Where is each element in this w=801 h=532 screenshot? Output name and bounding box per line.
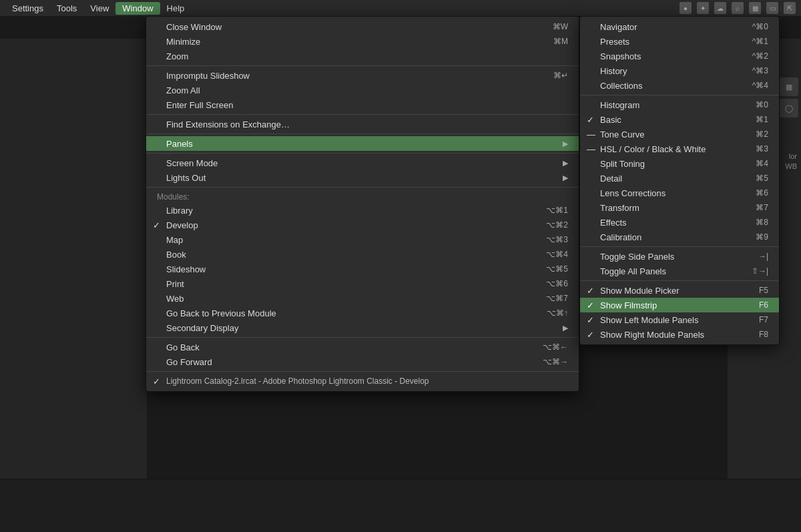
submenu-histogram[interactable]: Histogram ⌘0: [580, 97, 779, 112]
tone-curve-shortcut: ⌘2: [756, 129, 768, 139]
menu-close-window[interactable]: Close Window ⌘W: [146, 19, 579, 34]
hsl-dash: —: [587, 144, 595, 154]
window-menu-dropdown: Close Window ⌘W Minimize ⌘M Zoom Impromp…: [146, 16, 579, 392]
menu-help[interactable]: Help: [160, 2, 192, 15]
menu-develop[interactable]: ✓ Develop ⌥⌘2: [146, 218, 579, 232]
submenu-show-filmstrip[interactable]: ✓ Show Filmstrip F6: [580, 298, 779, 312]
screen-icon[interactable]: ▭: [766, 2, 778, 14]
search-icon[interactable]: ⌕: [732, 2, 744, 14]
grid-icon[interactable]: ▦: [749, 2, 761, 14]
menu-lights-out[interactable]: Lights Out ▶: [146, 170, 579, 185]
hsl-label: HSL / Color / Black & White: [600, 144, 706, 154]
go-forward-shortcut: ⌥⌘→: [543, 357, 568, 366]
close-window-label: Close Window: [166, 22, 222, 32]
menu-enter-full-screen[interactable]: Enter Full Screen: [146, 97, 579, 112]
sep-3: [146, 134, 579, 134]
submenu-split-toning[interactable]: Split Toning ⌘4: [580, 156, 779, 171]
minimize-label: Minimize: [166, 37, 200, 47]
menu-catalog-item[interactable]: ✓ Lightroom Catalog-2.lrcat - Adobe Phot…: [146, 374, 579, 388]
submenu-show-right-panels[interactable]: ✓ Show Right Module Panels F8: [580, 327, 779, 342]
submenu-collections[interactable]: Collections ^⌘4: [580, 78, 779, 93]
show-right-panels-label: Show Right Module Panels: [600, 330, 704, 340]
zoom-label: Zoom: [166, 51, 188, 61]
menu-library[interactable]: Library ⌥⌘1: [146, 203, 579, 218]
minimize-shortcut: ⌘M: [553, 37, 568, 46]
menu-screen-mode[interactable]: Screen Mode ▶: [146, 156, 579, 170]
menu-find-extensions[interactable]: Find Extensions on Exchange…: [146, 117, 579, 131]
modules-section-label: Modules:: [146, 190, 579, 203]
enter-full-screen-label: Enter Full Screen: [166, 100, 233, 110]
submenu-navigator[interactable]: Navigator ^⌘0: [580, 19, 779, 34]
menu-settings[interactable]: Settings: [5, 2, 50, 15]
presets-shortcut: ^⌘1: [752, 37, 768, 46]
submenu-hsl[interactable]: — HSL / Color / Black & White ⌘3: [580, 142, 779, 156]
map-shortcut: ⌥⌘3: [546, 235, 568, 244]
tone-curve-dash: —: [587, 129, 595, 140]
menu-tools[interactable]: Tools: [50, 2, 83, 15]
menu-print[interactable]: Print ⌥⌘6: [146, 276, 579, 291]
map-label: Map: [166, 235, 183, 245]
menu-window[interactable]: Window: [115, 2, 160, 15]
calibration-label: Calibration: [600, 232, 641, 242]
submenu-detail[interactable]: Detail ⌘5: [580, 171, 779, 186]
develop-label: Develop: [166, 220, 198, 230]
submenu-snapshots[interactable]: Snapshots ^⌘2: [580, 49, 779, 63]
go-forward-label: Go Forward: [166, 357, 212, 367]
submenu-tone-curve[interactable]: — Tone Curve ⌘2: [580, 127, 779, 142]
menu-go-forward[interactable]: Go Forward ⌥⌘→: [146, 354, 579, 369]
secondary-display-label: Secondary Display: [166, 323, 238, 333]
menu-panels[interactable]: Panels ▶: [146, 136, 579, 151]
submenu-transform[interactable]: Transform ⌘7: [580, 200, 779, 215]
close-window-shortcut: ⌘W: [553, 22, 568, 31]
submenu-toggle-side-panels[interactable]: Toggle Side Panels →|: [580, 249, 779, 264]
expand-icon[interactable]: ⇱: [784, 2, 796, 14]
show-right-panels-shortcut: F8: [759, 330, 768, 339]
menu-zoom[interactable]: Zoom: [146, 49, 579, 63]
menu-view[interactable]: View: [83, 2, 115, 15]
menu-book[interactable]: Book ⌥⌘4: [146, 247, 579, 262]
library-label: Library: [166, 206, 193, 216]
panels-submenu: Navigator ^⌘0 Presets ^⌘1 Snapshots ^⌘2 …: [579, 16, 780, 345]
detail-label: Detail: [600, 174, 622, 184]
dropbox-icon[interactable]: ✦: [697, 2, 709, 14]
submenu-history[interactable]: History ^⌘3: [580, 63, 779, 78]
show-filmstrip-shortcut: F6: [759, 300, 768, 310]
cloud-icon[interactable]: ☁: [714, 2, 726, 14]
submenu-lens-corrections[interactable]: Lens Corrections ⌘6: [580, 186, 779, 200]
impromptu-slideshow-shortcut: ⌘↵: [553, 71, 568, 80]
menu-go-back-previous[interactable]: Go Back to Previous Module ⌥⌘↑: [146, 306, 579, 320]
panels-label: Panels: [166, 139, 193, 149]
lens-corrections-label: Lens Corrections: [600, 188, 665, 198]
effects-shortcut: ⌘8: [756, 218, 768, 227]
submenu-basic[interactable]: ✓ Basic ⌘1: [580, 112, 779, 127]
show-left-panels-label: Show Left Module Panels: [600, 315, 698, 325]
submenu-calibration[interactable]: Calibration ⌘9: [580, 230, 779, 244]
menu-web[interactable]: Web ⌥⌘7: [146, 291, 579, 306]
submenu-show-left-panels[interactable]: ✓ Show Left Module Panels F7: [580, 312, 779, 327]
submenu-show-module-picker[interactable]: ✓ Show Module Picker F5: [580, 283, 779, 298]
circle-view-icon[interactable]: ◯: [780, 99, 798, 117]
menu-secondary-display[interactable]: Secondary Display ▶: [146, 320, 579, 335]
panels-arrow: ▶: [563, 140, 568, 148]
snapshots-label: Snapshots: [600, 51, 641, 61]
sep-6: [146, 337, 579, 338]
menu-go-back[interactable]: Go Back ⌥⌘←: [146, 340, 579, 354]
submenu-effects[interactable]: Effects ⌘8: [580, 215, 779, 230]
submenu-toggle-all-panels[interactable]: Toggle All Panels ⇧→|: [580, 264, 779, 278]
menu-zoom-all[interactable]: Zoom All: [146, 83, 579, 97]
menu-minimize[interactable]: Minimize ⌘M: [146, 34, 579, 49]
collections-shortcut: ^⌘4: [752, 81, 768, 90]
show-filmstrip-checkmark: ✓: [587, 300, 594, 310]
menu-impromptu-slideshow[interactable]: Impromptu Slideshow ⌘↵: [146, 68, 579, 83]
web-label: Web: [166, 294, 184, 304]
menu-map[interactable]: Map ⌥⌘3: [146, 232, 579, 247]
show-left-panels-checkmark: ✓: [587, 315, 594, 325]
screen-mode-label: Screen Mode: [166, 158, 218, 168]
catalog-label: Lightroom Catalog-2.lrcat - Adobe Photos…: [166, 376, 429, 386]
toggle-side-panels-shortcut: →|: [758, 252, 768, 261]
grid-view-icon[interactable]: ▦: [780, 77, 798, 96]
submenu-presets[interactable]: Presets ^⌘1: [580, 34, 779, 49]
menu-slideshow[interactable]: Slideshow ⌥⌘5: [146, 262, 579, 276]
titlebar-icons: ● ✦ ☁ ⌕ ▦ ▭ ⇱: [680, 0, 796, 16]
filmstrip: [0, 479, 801, 532]
